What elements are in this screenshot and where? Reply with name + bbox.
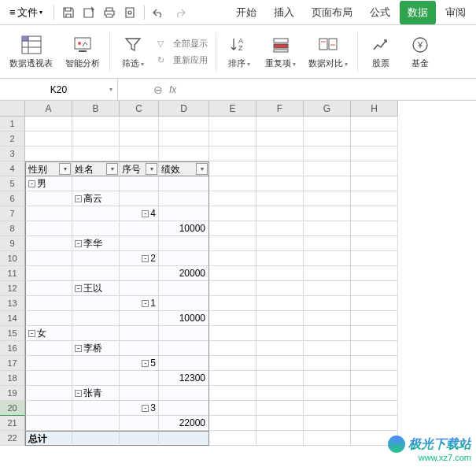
- cell[interactable]: [120, 146, 159, 161]
- stock-button[interactable]: 股票: [363, 28, 399, 76]
- collapse-icon[interactable]: -: [142, 210, 149, 217]
- collapse-icon[interactable]: -: [75, 195, 82, 202]
- cell[interactable]: [209, 206, 256, 221]
- cell[interactable]: [351, 356, 398, 371]
- cell[interactable]: -高云: [72, 191, 120, 206]
- cell[interactable]: [72, 132, 120, 146]
- cell[interactable]: 序号▾: [120, 161, 159, 176]
- cell[interactable]: [209, 266, 256, 281]
- cell[interactable]: [25, 191, 72, 206]
- row-header[interactable]: 1: [0, 117, 25, 132]
- cell[interactable]: [256, 281, 304, 296]
- cell[interactable]: [120, 281, 159, 296]
- tab-start[interactable]: 开始: [228, 1, 264, 24]
- cell[interactable]: [72, 416, 120, 431]
- cell[interactable]: [209, 386, 256, 401]
- tab-data[interactable]: 数据: [400, 1, 436, 24]
- cell[interactable]: [209, 146, 256, 161]
- row-header[interactable]: 5: [0, 176, 25, 191]
- cell[interactable]: [304, 401, 351, 416]
- cell[interactable]: [256, 401, 304, 416]
- cell[interactable]: -1: [120, 296, 159, 311]
- cell[interactable]: [120, 341, 159, 356]
- cell[interactable]: [25, 341, 72, 356]
- data-compare-button[interactable]: 数据对比 ▾: [304, 28, 352, 76]
- cell[interactable]: -5: [120, 356, 159, 371]
- cell[interactable]: [72, 431, 120, 446]
- cell[interactable]: [120, 326, 159, 341]
- cell[interactable]: [25, 401, 72, 416]
- collapse-icon[interactable]: -: [142, 405, 149, 412]
- cell[interactable]: [159, 326, 209, 341]
- cell[interactable]: [256, 206, 304, 221]
- cell[interactable]: [25, 356, 72, 371]
- cell[interactable]: [351, 266, 398, 281]
- collapse-icon[interactable]: -: [28, 180, 35, 187]
- collapse-icon[interactable]: -: [75, 390, 82, 397]
- column-header[interactable]: H: [351, 101, 398, 117]
- cell[interactable]: 20000: [159, 266, 209, 281]
- cell[interactable]: -李华: [72, 236, 120, 251]
- cell[interactable]: [120, 132, 159, 146]
- cell[interactable]: [159, 117, 209, 132]
- cell[interactable]: [120, 311, 159, 326]
- collapse-icon[interactable]: -: [75, 240, 82, 247]
- cell[interactable]: 12300: [159, 371, 209, 386]
- cell[interactable]: [25, 266, 72, 281]
- cell[interactable]: [159, 146, 209, 161]
- filter-dropdown-icon[interactable]: ▾: [146, 163, 157, 175]
- cell[interactable]: -王以: [72, 281, 120, 296]
- cell[interactable]: [209, 132, 256, 146]
- column-header[interactable]: E: [209, 101, 256, 117]
- cell[interactable]: [351, 236, 398, 251]
- cell[interactable]: [351, 386, 398, 401]
- cell[interactable]: [25, 236, 72, 251]
- cell[interactable]: [304, 206, 351, 221]
- row-header[interactable]: 17: [0, 356, 25, 371]
- collapse-icon[interactable]: -: [75, 345, 82, 352]
- cell[interactable]: [351, 146, 398, 161]
- row-header[interactable]: 22: [0, 431, 25, 446]
- cell[interactable]: [209, 191, 256, 206]
- cells-area[interactable]: 性别▾姓名▾序号▾绩效▾-男-高云-410000-李华-220000-王以-11…: [25, 117, 398, 446]
- cell[interactable]: [120, 386, 159, 401]
- cell[interactable]: [120, 191, 159, 206]
- cell[interactable]: [159, 341, 209, 356]
- column-header[interactable]: D: [159, 101, 209, 117]
- save-icon[interactable]: [59, 3, 78, 22]
- row-header[interactable]: 2: [0, 132, 25, 146]
- filter-dropdown-icon[interactable]: ▾: [196, 163, 208, 175]
- cell[interactable]: [351, 371, 398, 386]
- cell[interactable]: [256, 311, 304, 326]
- cell[interactable]: [304, 416, 351, 431]
- cell[interactable]: [351, 341, 398, 356]
- cell[interactable]: [209, 117, 256, 132]
- cell[interactable]: [256, 386, 304, 401]
- row-header[interactable]: 10: [0, 251, 25, 266]
- row-header[interactable]: 20: [0, 401, 25, 416]
- cell[interactable]: [351, 117, 398, 132]
- cell[interactable]: [351, 311, 398, 326]
- sort-button[interactable]: AZ 排序 ▾: [221, 28, 257, 76]
- cell[interactable]: [256, 191, 304, 206]
- cell[interactable]: [351, 251, 398, 266]
- row-header[interactable]: 9: [0, 236, 25, 251]
- cell[interactable]: [256, 132, 304, 146]
- cell[interactable]: [304, 117, 351, 132]
- cell[interactable]: -女: [25, 326, 72, 341]
- cell[interactable]: [304, 341, 351, 356]
- cancel-icon[interactable]: ⊖: [153, 83, 163, 96]
- cell[interactable]: -张青: [72, 386, 120, 401]
- collapse-icon[interactable]: -: [75, 285, 82, 292]
- cell[interactable]: [304, 161, 351, 176]
- cell[interactable]: [72, 146, 120, 161]
- cell[interactable]: [159, 386, 209, 401]
- cell[interactable]: [120, 266, 159, 281]
- cell[interactable]: [304, 371, 351, 386]
- cell[interactable]: [72, 221, 120, 236]
- undo-icon[interactable]: [149, 3, 168, 22]
- cell[interactable]: [256, 251, 304, 266]
- cell[interactable]: [72, 356, 120, 371]
- cell[interactable]: [72, 296, 120, 311]
- cell[interactable]: [25, 416, 72, 431]
